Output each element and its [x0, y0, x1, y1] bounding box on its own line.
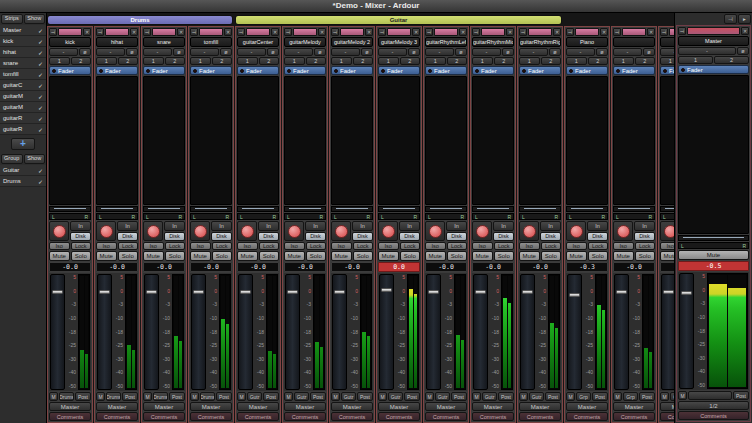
output-button[interactable]: Master	[566, 402, 608, 411]
record-enable-button[interactable]	[660, 221, 674, 241]
processor-box[interactable]	[425, 76, 467, 205]
solo-isolate-button[interactable]: Iso	[425, 242, 446, 250]
strip-name-button[interactable]: guitarMelody	[284, 37, 326, 47]
strip-visible-check[interactable]: ✓	[38, 126, 43, 133]
fader-processor[interactable]: Fader	[613, 66, 655, 75]
polarity-button[interactable]: ø	[126, 48, 138, 56]
pan-width-widget[interactable]	[284, 206, 326, 212]
mono-button[interactable]: M	[519, 392, 528, 401]
comments-button[interactable]: Comments	[284, 412, 326, 421]
fader-processor[interactable]: Fader	[331, 66, 373, 75]
strip-name-button[interactable]: guitarRhythmLeft	[425, 37, 467, 47]
strip-list-row[interactable]: guitarC✓	[0, 80, 46, 91]
solo-button[interactable]: Solo	[306, 251, 327, 261]
strip-list-row[interactable]: guitarR✓	[0, 113, 46, 124]
meter-point-button[interactable]: Post	[216, 392, 232, 401]
trim-button[interactable]: -	[284, 48, 313, 56]
trim-button[interactable]: -	[49, 48, 78, 56]
fader-handle[interactable]	[616, 290, 627, 294]
monitor-input-button[interactable]: In	[117, 221, 138, 231]
gain-display[interactable]: -0.0	[613, 262, 655, 272]
strip-name-button[interactable]	[613, 37, 655, 47]
strip-hide-button[interactable]: ⊣	[190, 28, 198, 36]
strip-visible-check[interactable]: ✓	[38, 27, 43, 34]
solo-lock-button[interactable]: Lock	[635, 242, 656, 250]
comments-button[interactable]: Comments	[49, 412, 91, 421]
fader-handle[interactable]	[52, 290, 63, 294]
strip-name-button[interactable]: guitarRhythmRight	[519, 37, 561, 47]
fader-handle[interactable]	[193, 290, 204, 294]
meter-point-button[interactable]: Post	[498, 392, 514, 401]
strip-hide-button[interactable]: ⊣	[143, 28, 151, 36]
group-button[interactable]: Gutr	[341, 392, 356, 401]
group-tab-guitar[interactable]: Guitar	[235, 15, 562, 25]
gain-fader[interactable]	[679, 273, 694, 389]
fader-processor[interactable]: Fader	[519, 66, 561, 75]
gain-fader[interactable]	[426, 274, 441, 390]
channel-2-button[interactable]: 2	[118, 57, 139, 65]
strip-visible-check[interactable]: ✓	[38, 104, 43, 111]
mono-button[interactable]: M	[284, 392, 293, 401]
strip-close-button[interactable]: ✕	[177, 28, 185, 36]
monitor-disk-button[interactable]: Disk	[70, 232, 91, 242]
group-button[interactable]: Gutr	[435, 392, 450, 401]
trim-button[interactable]: -	[143, 48, 172, 56]
monitor-input-button[interactable]: In	[305, 221, 326, 231]
solo-isolate-button[interactable]: Iso	[566, 242, 587, 250]
channel-2-button[interactable]: 2	[494, 57, 515, 65]
mute-button[interactable]: Mute	[425, 251, 446, 261]
polarity-button[interactable]: ø	[361, 48, 373, 56]
output-button[interactable]: Master	[378, 402, 420, 411]
gain-display[interactable]: -0.0	[190, 262, 232, 272]
comments-button[interactable]: Comments	[660, 412, 674, 421]
trim-button[interactable]: -	[190, 48, 219, 56]
strip-list-row[interactable]: snare✓	[0, 58, 46, 69]
add-track-button[interactable]: +	[11, 138, 35, 150]
channel-1-button[interactable]: 1	[425, 57, 446, 65]
solo-lock-button[interactable]: Lock	[259, 242, 280, 250]
processor-box[interactable]	[613, 76, 655, 205]
solo-button[interactable]: Solo	[447, 251, 468, 261]
solo-lock-button[interactable]: Lock	[400, 242, 421, 250]
pan-width-widget[interactable]	[331, 206, 373, 212]
fader-handle[interactable]	[475, 290, 486, 294]
strips-column-header[interactable]: Strips	[1, 14, 23, 24]
fader-processor[interactable]: Fader	[378, 66, 420, 75]
group-visible-check[interactable]: ✓	[38, 178, 43, 185]
fader-handle[interactable]	[681, 291, 692, 295]
channel-1-button[interactable]: 1	[519, 57, 540, 65]
record-enable-button[interactable]	[519, 221, 539, 241]
pan-width-widget[interactable]	[425, 206, 467, 212]
monitor-disk-button[interactable]: Disk	[540, 232, 561, 242]
meter-point-button[interactable]: Post	[122, 392, 138, 401]
fader-handle[interactable]	[287, 290, 298, 294]
mute-button[interactable]: Mute	[678, 250, 749, 260]
strip-close-button[interactable]: ✕	[553, 28, 561, 36]
gain-display[interactable]: -0.0	[472, 262, 514, 272]
monitor-input-button[interactable]: In	[634, 221, 655, 231]
channel-2-button[interactable]: 2	[259, 57, 280, 65]
pan-width-widget[interactable]	[660, 206, 674, 212]
group-tab-drums[interactable]: Drums	[47, 15, 233, 25]
fader-processor[interactable]: Fader	[284, 66, 326, 75]
monitor-disk-button[interactable]: Disk	[305, 232, 326, 242]
gain-fader[interactable]	[473, 274, 488, 390]
trim-button[interactable]: -	[96, 48, 125, 56]
output-button[interactable]: Master	[425, 402, 467, 411]
comments-button[interactable]: Comments	[378, 412, 420, 421]
show-column-header[interactable]: Show	[24, 14, 46, 24]
solo-button[interactable]: Solo	[353, 251, 374, 261]
pan-width-widget[interactable]	[566, 206, 608, 212]
strip-list-row[interactable]: tomfill✓	[0, 69, 46, 80]
channel-2-button[interactable]: 2	[353, 57, 374, 65]
strip-visible-check[interactable]: ✓	[38, 71, 43, 78]
mute-button[interactable]: Mute	[331, 251, 352, 261]
strip-close-button[interactable]: ✕	[271, 28, 279, 36]
gain-display[interactable]: -0.0	[331, 262, 373, 272]
solo-lock-button[interactable]: Lock	[447, 242, 468, 250]
monitor-disk-button[interactable]: Disk	[211, 232, 232, 242]
polarity-button[interactable]: ø	[220, 48, 232, 56]
strip-hide-button[interactable]: ⊣	[378, 28, 386, 36]
group-button[interactable]: Gutr	[529, 392, 544, 401]
channel-2-button[interactable]: 2	[165, 57, 186, 65]
